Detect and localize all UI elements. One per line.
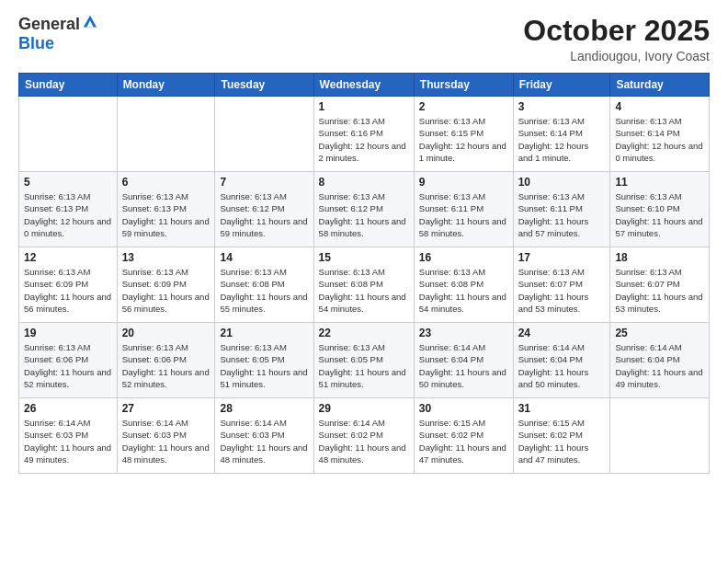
day-number: 17 — [518, 251, 606, 264]
day-info: Sunrise: 6:14 AM Sunset: 6:03 PM Dayligh… — [24, 417, 112, 465]
day-number: 23 — [419, 327, 508, 339]
day-number: 31 — [518, 402, 606, 415]
table-row: 29Sunrise: 6:14 AM Sunset: 6:02 PM Dayli… — [313, 398, 414, 474]
day-info: Sunrise: 6:14 AM Sunset: 6:04 PM Dayligh… — [419, 341, 508, 390]
day-number: 25 — [615, 327, 704, 339]
day-number: 5 — [24, 176, 112, 189]
table-row: 27Sunrise: 6:14 AM Sunset: 6:03 PM Dayli… — [117, 398, 215, 474]
day-info: Sunrise: 6:13 AM Sunset: 6:11 PM Dayligh… — [518, 190, 606, 239]
table-row: 5Sunrise: 6:13 AM Sunset: 6:13 PM Daylig… — [19, 172, 118, 247]
day-info: Sunrise: 6:13 AM Sunset: 6:14 PM Dayligh… — [615, 115, 704, 164]
table-row: 24Sunrise: 6:14 AM Sunset: 6:04 PM Dayli… — [513, 323, 610, 398]
day-number: 8 — [319, 176, 409, 189]
table-row: 15Sunrise: 6:13 AM Sunset: 6:08 PM Dayli… — [313, 247, 414, 323]
day-info: Sunrise: 6:14 AM Sunset: 6:02 PM Dayligh… — [319, 417, 409, 465]
table-row: 21Sunrise: 6:13 AM Sunset: 6:05 PM Dayli… — [215, 323, 313, 398]
table-row: 13Sunrise: 6:13 AM Sunset: 6:09 PM Dayli… — [117, 247, 215, 323]
day-info: Sunrise: 6:13 AM Sunset: 6:08 PM Dayligh… — [419, 266, 508, 315]
logo-general-text: General — [18, 15, 80, 34]
page: General Blue October 2025 Landiougou, Iv… — [0, 0, 728, 563]
day-number: 20 — [122, 327, 210, 339]
table-row: 23Sunrise: 6:14 AM Sunset: 6:04 PM Dayli… — [414, 323, 513, 398]
day-info: Sunrise: 6:14 AM Sunset: 6:04 PM Dayligh… — [518, 341, 606, 390]
calendar: Sunday Monday Tuesday Wednesday Thursday… — [18, 73, 710, 474]
table-row: 26Sunrise: 6:14 AM Sunset: 6:03 PM Dayli… — [19, 398, 118, 474]
header: General Blue October 2025 Landiougou, Iv… — [18, 15, 710, 63]
day-info: Sunrise: 6:13 AM Sunset: 6:14 PM Dayligh… — [518, 115, 606, 164]
day-info: Sunrise: 6:14 AM Sunset: 6:04 PM Dayligh… — [615, 341, 704, 390]
table-row: 1Sunrise: 6:13 AM Sunset: 6:16 PM Daylig… — [313, 97, 414, 172]
calendar-week-row: 12Sunrise: 6:13 AM Sunset: 6:09 PM Dayli… — [19, 247, 710, 323]
day-number: 12 — [24, 251, 112, 264]
day-number: 22 — [319, 327, 409, 339]
day-number: 9 — [419, 176, 508, 189]
day-info: Sunrise: 6:13 AM Sunset: 6:10 PM Dayligh… — [615, 190, 704, 239]
table-row — [19, 97, 118, 172]
col-monday: Monday — [117, 74, 215, 97]
day-number: 6 — [122, 176, 210, 189]
day-number: 16 — [419, 251, 508, 264]
day-info: Sunrise: 6:13 AM Sunset: 6:05 PM Dayligh… — [220, 341, 308, 390]
day-info: Sunrise: 6:13 AM Sunset: 6:07 PM Dayligh… — [518, 266, 606, 315]
table-row — [117, 97, 215, 172]
table-row: 22Sunrise: 6:13 AM Sunset: 6:05 PM Dayli… — [313, 323, 414, 398]
table-row: 31Sunrise: 6:15 AM Sunset: 6:02 PM Dayli… — [513, 398, 610, 474]
table-row: 11Sunrise: 6:13 AM Sunset: 6:10 PM Dayli… — [610, 172, 710, 247]
col-saturday: Saturday — [610, 74, 710, 97]
month-title: October 2025 — [523, 15, 710, 47]
day-number: 15 — [319, 251, 409, 264]
day-number: 29 — [319, 402, 409, 415]
day-number: 30 — [419, 402, 508, 415]
day-number: 21 — [220, 327, 308, 339]
calendar-header-row: Sunday Monday Tuesday Wednesday Thursday… — [19, 74, 710, 97]
day-info: Sunrise: 6:13 AM Sunset: 6:12 PM Dayligh… — [220, 190, 308, 239]
table-row: 9Sunrise: 6:13 AM Sunset: 6:11 PM Daylig… — [414, 172, 513, 247]
day-number: 2 — [419, 100, 508, 113]
table-row: 4Sunrise: 6:13 AM Sunset: 6:14 PM Daylig… — [610, 97, 710, 172]
calendar-week-row: 19Sunrise: 6:13 AM Sunset: 6:06 PM Dayli… — [19, 323, 710, 398]
day-number: 4 — [615, 100, 704, 113]
table-row: 10Sunrise: 6:13 AM Sunset: 6:11 PM Dayli… — [513, 172, 610, 247]
day-info: Sunrise: 6:13 AM Sunset: 6:05 PM Dayligh… — [319, 341, 409, 390]
table-row: 6Sunrise: 6:13 AM Sunset: 6:13 PM Daylig… — [117, 172, 215, 247]
day-number: 7 — [220, 176, 308, 189]
calendar-week-row: 1Sunrise: 6:13 AM Sunset: 6:16 PM Daylig… — [19, 97, 710, 172]
table-row: 20Sunrise: 6:13 AM Sunset: 6:06 PM Dayli… — [117, 323, 215, 398]
table-row: 28Sunrise: 6:14 AM Sunset: 6:03 PM Dayli… — [215, 398, 313, 474]
table-row: 12Sunrise: 6:13 AM Sunset: 6:09 PM Dayli… — [19, 247, 118, 323]
table-row: 2Sunrise: 6:13 AM Sunset: 6:15 PM Daylig… — [414, 97, 513, 172]
table-row: 8Sunrise: 6:13 AM Sunset: 6:12 PM Daylig… — [313, 172, 414, 247]
col-friday: Friday — [513, 74, 610, 97]
col-sunday: Sunday — [19, 74, 118, 97]
day-info: Sunrise: 6:13 AM Sunset: 6:15 PM Dayligh… — [419, 115, 508, 164]
day-number: 28 — [220, 402, 308, 415]
day-number: 26 — [24, 402, 112, 415]
logo-icon — [82, 14, 98, 30]
day-number: 10 — [518, 176, 606, 189]
day-number: 27 — [122, 402, 210, 415]
table-row: 3Sunrise: 6:13 AM Sunset: 6:14 PM Daylig… — [513, 97, 610, 172]
day-info: Sunrise: 6:15 AM Sunset: 6:02 PM Dayligh… — [518, 417, 606, 465]
day-info: Sunrise: 6:13 AM Sunset: 6:06 PM Dayligh… — [24, 341, 112, 390]
day-info: Sunrise: 6:13 AM Sunset: 6:06 PM Dayligh… — [122, 341, 210, 390]
table-row: 18Sunrise: 6:13 AM Sunset: 6:07 PM Dayli… — [610, 247, 710, 323]
day-info: Sunrise: 6:13 AM Sunset: 6:09 PM Dayligh… — [122, 266, 210, 315]
table-row — [215, 97, 313, 172]
day-info: Sunrise: 6:13 AM Sunset: 6:08 PM Dayligh… — [319, 266, 409, 315]
day-number: 19 — [24, 327, 112, 339]
day-number: 3 — [518, 100, 606, 113]
table-row: 17Sunrise: 6:13 AM Sunset: 6:07 PM Dayli… — [513, 247, 610, 323]
table-row: 7Sunrise: 6:13 AM Sunset: 6:12 PM Daylig… — [215, 172, 313, 247]
day-info: Sunrise: 6:14 AM Sunset: 6:03 PM Dayligh… — [220, 417, 308, 465]
day-number: 14 — [220, 251, 308, 264]
day-number: 1 — [319, 100, 409, 113]
day-number: 24 — [518, 327, 606, 339]
table-row: 25Sunrise: 6:14 AM Sunset: 6:04 PM Dayli… — [610, 323, 710, 398]
day-number: 18 — [615, 251, 704, 264]
day-number: 11 — [615, 176, 704, 189]
logo-blue-text: Blue — [18, 34, 54, 53]
day-number: 13 — [122, 251, 210, 264]
col-wednesday: Wednesday — [313, 74, 414, 97]
day-info: Sunrise: 6:14 AM Sunset: 6:03 PM Dayligh… — [122, 417, 210, 465]
calendar-week-row: 5Sunrise: 6:13 AM Sunset: 6:13 PM Daylig… — [19, 172, 710, 247]
